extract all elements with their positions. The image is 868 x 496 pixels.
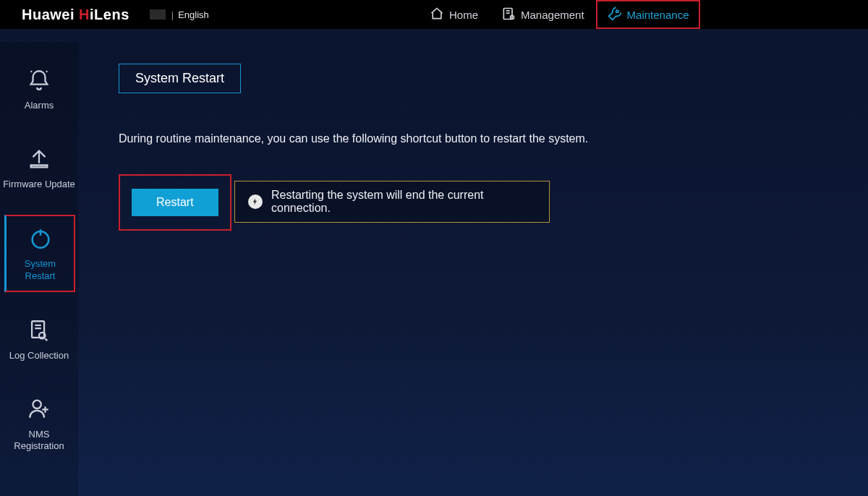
restart-highlight-box: Restart — [119, 174, 231, 231]
sidebar-label-log: Log Collection — [9, 350, 69, 362]
page-description: During routine maintenance, you can use … — [119, 132, 839, 145]
warning-text: Restarting the system will end the curre… — [271, 189, 536, 215]
power-icon — [28, 226, 53, 254]
language-selector[interactable]: | English — [150, 9, 209, 20]
brand-h: H — [79, 7, 90, 22]
nav-management[interactable]: Management — [490, 0, 596, 29]
sidebar-item-firmware[interactable]: Firmware Update — [0, 137, 78, 200]
sidebar-item-alarms[interactable]: Alarms — [0, 58, 78, 121]
brand-suffix: iLens — [90, 7, 129, 22]
sidebar-item-restart[interactable]: System Restart — [4, 215, 75, 292]
main: System Restart During routine maintenanc… — [78, 42, 868, 496]
svg-point-6 — [33, 401, 41, 409]
nav-maintenance-label: Maintenance — [627, 9, 689, 21]
topbar: Huawei HiLens | English Home Management … — [0, 0, 868, 29]
document-search-icon — [27, 318, 51, 346]
sidebar-label-firmware: Firmware Update — [3, 179, 75, 190]
svg-point-2 — [616, 10, 618, 12]
nav-maintenance[interactable]: Maintenance — [596, 0, 701, 29]
separator: | — [171, 9, 174, 20]
brand-logo: Huawei HiLens — [22, 7, 129, 23]
top-nav: Home Management Maintenance — [418, 0, 700, 29]
content: Alarms Firmware Update System Restart Lo… — [0, 42, 868, 496]
bell-icon — [27, 68, 51, 95]
svg-rect-4 — [32, 321, 44, 338]
sidebar: Alarms Firmware Update System Restart Lo… — [0, 42, 78, 496]
page-tab-label: System Restart — [135, 71, 224, 85]
nav-home[interactable]: Home — [418, 0, 490, 29]
warning-box: Restarting the system will end the curre… — [234, 181, 550, 223]
nav-home-label: Home — [449, 9, 478, 21]
sidebar-label-nms: NMS Registration — [3, 429, 75, 453]
sidebar-label-restart: System Restart — [9, 258, 71, 282]
nav-management-label: Management — [521, 9, 584, 21]
sidebar-item-log[interactable]: Log Collection — [0, 308, 78, 371]
sidebar-item-nms[interactable]: NMS Registration — [0, 386, 78, 461]
upload-icon — [27, 147, 51, 174]
page-tab[interactable]: System Restart — [119, 64, 241, 93]
user-add-icon — [27, 396, 51, 424]
brand-prefix: Huawei — [22, 7, 79, 22]
language-label: English — [178, 9, 209, 20]
restart-button-label: Restart — [156, 196, 194, 208]
home-icon — [430, 7, 444, 23]
restart-button[interactable]: Restart — [132, 189, 218, 216]
management-icon — [501, 7, 516, 23]
maintenance-icon — [608, 7, 622, 23]
sidebar-label-alarms: Alarms — [25, 100, 54, 111]
flag-icon — [150, 9, 166, 20]
warning-icon — [248, 194, 263, 209]
